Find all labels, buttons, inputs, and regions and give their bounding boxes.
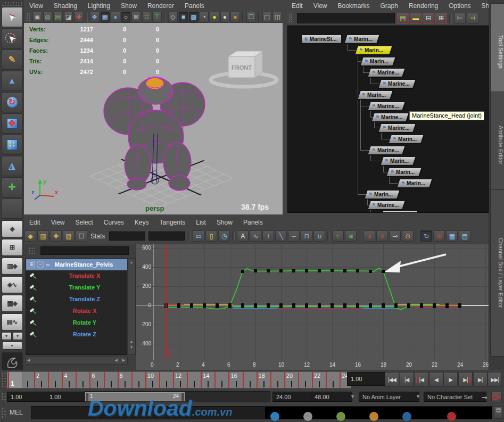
- normalized-view-icon[interactable]: ◷: [218, 230, 230, 242]
- lighting-default-icon[interactable]: ●: [220, 12, 230, 23]
- layout-shortcut-dropdown-wide[interactable]: ▾: [2, 342, 22, 350]
- keyframe-marker[interactable]: [369, 270, 372, 273]
- menu-hypergraph-options[interactable]: Options: [443, 1, 476, 11]
- layout-shortcut-dropdown-2[interactable]: ▾: [13, 332, 23, 340]
- isolate-select-icon[interactable]: ☐: [246, 12, 256, 23]
- move-nearest-picked-key-icon[interactable]: ◆: [24, 230, 36, 242]
- keyframe-marker[interactable]: [318, 269, 321, 272]
- scale-tool[interactable]: ✥: [2, 113, 23, 134]
- anim-layer-dropdown-arrow[interactable]: ▼: [350, 394, 355, 399]
- hypergraph-node[interactable]: ⚑Marin...: [388, 135, 424, 144]
- universal-manipulator-tool[interactable]: ∷: [2, 135, 23, 155]
- add-keys-icon[interactable]: ✚: [50, 230, 62, 242]
- range-slider-track[interactable]: 1 24: [84, 391, 270, 402]
- insert-keys-icon[interactable]: ▥: [37, 230, 49, 242]
- pin-channel-icon[interactable]: [30, 296, 37, 303]
- keyframe-marker[interactable]: [382, 303, 385, 308]
- playback-end-field[interactable]: 24.00: [272, 392, 314, 402]
- hypergraph-node[interactable]: ⚑Marin...: [364, 190, 400, 199]
- hypergraph-toolbar-grip[interactable]: [288, 14, 293, 23]
- plateau-tangent-icon[interactable]: ∪: [313, 230, 325, 242]
- keyframe-marker[interactable]: [343, 303, 346, 308]
- menu-grapheditor-select[interactable]: Select: [70, 217, 98, 228]
- keyframe-marker[interactable]: [305, 269, 308, 272]
- hypergraph-node[interactable]: ⚑Marin...: [360, 57, 396, 66]
- select-mask-hierarchy-icon[interactable]: ❖: [90, 12, 100, 23]
- menu-viewport-view[interactable]: View: [24, 1, 48, 11]
- viewport-toolbar-grip[interactable]: [26, 13, 30, 22]
- clamped-tangent-icon[interactable]: ≀: [262, 230, 274, 242]
- keyframe-marker[interactable]: [331, 269, 334, 272]
- step-forward-frame-button[interactable]: ▶|: [473, 372, 488, 387]
- plot-current-frame-line[interactable]: [166, 244, 167, 360]
- hypergraph-node[interactable]: ◉MarineSt...: [301, 35, 342, 44]
- keyframe-marker[interactable]: [203, 303, 206, 308]
- command-line-grip[interactable]: [1, 408, 6, 418]
- stats-value-field[interactable]: [148, 231, 185, 241]
- pin-channel-icon[interactable]: [30, 308, 37, 315]
- hypergraph-node[interactable]: ⚑Marine...: [378, 123, 416, 133]
- keyframe-marker[interactable]: [190, 303, 193, 308]
- keyframe-marker[interactable]: [177, 303, 180, 308]
- hypergraph-node[interactable]: ⚑Marine...: [367, 201, 406, 210]
- time-slider-grip[interactable]: [1, 372, 6, 387]
- select-mask-handles-icon[interactable]: ⊠: [131, 12, 141, 23]
- layout-persp-graph[interactable]: ◈∿: [2, 276, 23, 293]
- channel-row-translate-y[interactable]: Translate Y: [26, 282, 127, 294]
- side-tab-tool-settings[interactable]: Tool Settings: [490, 3, 504, 100]
- range-slider-grip[interactable]: [1, 393, 6, 401]
- anim-layer-field[interactable]: No Anim Layer: [359, 392, 419, 402]
- keyframe-marker[interactable]: [267, 303, 270, 308]
- hypergraph-canvas[interactable]: ◉MarineSt...⚑Marin...⚑Marin...⚑Marin...⚑…: [287, 26, 489, 213]
- show-manipulator-tool[interactable]: ✛: [2, 177, 23, 197]
- channel-row-translate-x[interactable]: Translate X: [26, 270, 127, 282]
- menu-hypergraph-view[interactable]: View: [308, 1, 333, 11]
- menu-viewport-show[interactable]: Show: [115, 1, 142, 11]
- mel-command-input[interactable]: [31, 406, 268, 419]
- step-back-key-button[interactable]: |◀: [414, 372, 428, 387]
- menu-grapheditor-view[interactable]: View: [46, 217, 70, 228]
- playback-speed-field[interactable]: 1.00: [347, 372, 387, 386]
- keyframe-marker[interactable]: [394, 303, 398, 308]
- absolute-view-icon[interactable]: ▭: [193, 230, 204, 242]
- view-cube-widget[interactable]: FRONT: [205, 47, 283, 89]
- menu-grapheditor-panels[interactable]: Panels: [238, 217, 268, 228]
- keyframe-marker[interactable]: [433, 303, 436, 308]
- trax-editor-icon[interactable]: ▤: [459, 230, 470, 242]
- layout-hypershade-persp[interactable]: ▦◈: [2, 295, 23, 312]
- toolbox-grip[interactable]: [2, 2, 22, 6]
- select-mask-joints-icon[interactable]: ∷: [142, 12, 152, 23]
- select-mask-curves-icon[interactable]: T: [152, 12, 162, 23]
- hypergraph-node[interactable]: ⚑Marin...: [380, 156, 416, 166]
- select-mask-components-icon[interactable]: ●: [111, 12, 120, 23]
- auto-tangent-icon[interactable]: A: [237, 230, 249, 242]
- menu-hypergraph-rendering[interactable]: Rendering: [403, 1, 443, 11]
- play-backwards-button[interactable]: ◀: [429, 372, 443, 387]
- orient-vertical-icon[interactable]: ⊣: [467, 13, 478, 24]
- go-to-end-button[interactable]: ▶▶|: [488, 372, 502, 387]
- channel-row-translate-z[interactable]: Translate Z: [26, 294, 127, 305]
- play-forwards-button[interactable]: ▶: [443, 372, 458, 387]
- outliner-selected-node-row[interactable]: ⊞ − ∞ MarineStance_Pelvis: [26, 259, 127, 270]
- curve-colors-icon[interactable]: ⊛: [433, 230, 445, 242]
- hypergraph-node[interactable]: ⚑Marin...: [357, 90, 393, 100]
- channel-row-rotate-z[interactable]: Rotate Z: [26, 329, 127, 341]
- menu-grapheditor-show[interactable]: Show: [211, 217, 238, 228]
- hypergraph-node[interactable]: ⚑Marin...: [354, 46, 393, 55]
- lighting-all-icon[interactable]: ●: [210, 12, 219, 23]
- keyframe-marker[interactable]: [216, 303, 219, 308]
- keyframe-marker[interactable]: [331, 303, 334, 308]
- lock-tangent-weight-icon[interactable]: ⊙: [402, 230, 414, 242]
- channel-row-rotate-y[interactable]: Rotate Y: [26, 317, 127, 329]
- vertical-splitter[interactable]: [283, 0, 286, 214]
- keyframe-marker[interactable]: [382, 270, 385, 273]
- outliner-search-input[interactable]: [40, 246, 129, 255]
- menu-grapheditor-tangents[interactable]: Tangents: [154, 217, 191, 228]
- last-tool-slot[interactable]: [2, 198, 23, 219]
- command-result-bar[interactable]: [265, 406, 492, 419]
- wireframe-display-icon[interactable]: ◇: [168, 12, 178, 23]
- stats-time-field[interactable]: [109, 231, 145, 241]
- orient-horizontal-icon[interactable]: ⊢: [454, 13, 466, 24]
- auto-keyframe-icon[interactable]: [491, 392, 502, 402]
- step-tangent-icon[interactable]: ⊓: [301, 230, 312, 242]
